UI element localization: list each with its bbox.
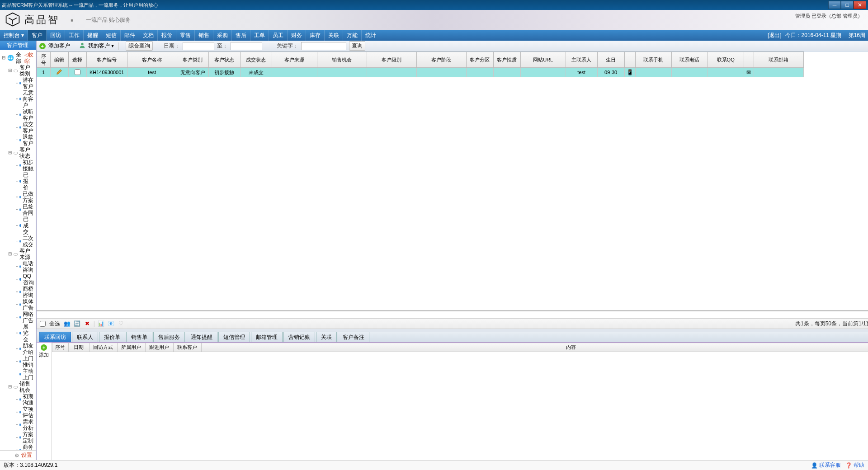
tree-leaf[interactable]: ├方案定制	[14, 431, 34, 444]
window-close-button[interactable]: ✕	[854, 1, 866, 9]
sub-col-header[interactable]: 序号	[52, 343, 68, 352]
table-row[interactable]: 1KH1409300001test无意向客户初步接触未成交test09-30📱✉	[37, 68, 803, 77]
menu-item-19[interactable]: 统计	[362, 30, 380, 41]
menu-item-0[interactable]: 控制台 ▾	[0, 30, 28, 41]
menu-item-15[interactable]: 财务	[288, 30, 306, 41]
tree-leaf[interactable]: ├网络广告	[14, 311, 34, 324]
window-maximize-button[interactable]: □	[841, 1, 854, 9]
col-header[interactable]	[744, 52, 754, 68]
tree-root-expander[interactable]: ⊟	[2, 55, 5, 61]
sub-tab-2[interactable]: 报价单	[99, 332, 125, 342]
tree-leaf[interactable]: └主动上门	[14, 368, 34, 381]
composite-query-button[interactable]: 综合查询	[126, 41, 153, 51]
tree-leaf[interactable]: ├初期沟通	[14, 393, 34, 406]
tree-expander[interactable]: ⊟	[8, 384, 12, 390]
menu-item-13[interactable]: 工单	[250, 30, 269, 41]
col-header[interactable]: 序号	[37, 52, 50, 68]
menu-item-14[interactable]: 员工	[269, 30, 288, 41]
my-customer-dropdown[interactable]: 我的客户 ▾	[88, 42, 114, 50]
tree-expander[interactable]: ⊟	[8, 67, 12, 74]
sub-col-header[interactable]: 日期	[68, 343, 89, 352]
window-minimize-button[interactable]: ─	[828, 1, 841, 9]
menu-item-5[interactable]: 短信	[102, 30, 121, 41]
col-header[interactable]: 销售机会	[317, 52, 367, 68]
sub-tab-6[interactable]: 短信管理	[218, 332, 250, 342]
tree-leaf[interactable]: ├初步接触	[14, 159, 34, 172]
col-header[interactable]: 客户性质	[493, 52, 520, 68]
sub-col-header[interactable]: 联系客户	[173, 343, 201, 352]
sub-tab-1[interactable]: 联系人	[72, 332, 98, 342]
menu-item-7[interactable]: 文档	[139, 30, 158, 41]
menu-item-9[interactable]: 零售	[176, 30, 195, 41]
menu-item-3[interactable]: 工作	[65, 30, 84, 41]
col-header[interactable]: 客户编号	[86, 52, 127, 68]
menu-item-4[interactable]: 提醒	[84, 30, 102, 41]
date-from-input[interactable]	[183, 42, 214, 50]
edit-icon[interactable]	[56, 69, 62, 75]
menu-item-17[interactable]: 关联	[325, 30, 343, 41]
col-header[interactable]: 联系邮箱	[754, 52, 803, 68]
contact-support-link[interactable]: 👤联系客服	[811, 461, 841, 469]
menu-item-11[interactable]: 采购	[213, 30, 232, 41]
action-icon-5[interactable]: 📧	[108, 320, 115, 327]
col-header[interactable]: 成交状态	[240, 52, 272, 68]
menu-item-6[interactable]: 邮件	[121, 30, 139, 41]
col-header[interactable]: 客户阶段	[416, 52, 466, 68]
row-checkbox[interactable]	[75, 69, 80, 75]
col-header[interactable]: 客户名称	[127, 52, 177, 68]
tree-leaf[interactable]: ├朋友介绍	[14, 343, 34, 355]
tree-leaf[interactable]: ├QQ咨询	[14, 273, 34, 286]
mail-icon[interactable]: ✉	[746, 69, 751, 75]
sub-col-header[interactable]: 内容	[201, 343, 868, 352]
add-customer-button[interactable]: 添加客户	[48, 42, 70, 50]
search-button[interactable]: 查询	[349, 41, 365, 51]
tree-leaf[interactable]: ├试听客户	[14, 108, 34, 121]
tree-group[interactable]: ⊟⬭销售机会	[8, 381, 34, 393]
col-header[interactable]: 联系电话	[671, 52, 708, 68]
action-icon-2[interactable]: 🔄	[74, 320, 81, 327]
sub-col-header[interactable]: 跟进用户	[145, 343, 173, 352]
menu-item-12[interactable]: 售后	[232, 30, 250, 41]
sub-add-button[interactable]: +	[41, 344, 47, 351]
tree-leaf[interactable]: ├商桥咨询	[14, 286, 34, 298]
keyword-input[interactable]	[301, 42, 346, 50]
col-header[interactable]: 网站URL	[520, 52, 566, 68]
tree-leaf[interactable]: ├展览会	[14, 324, 34, 343]
col-header[interactable]: 主联系人	[566, 52, 597, 68]
tree-leaf[interactable]: ├无意向客户	[14, 89, 34, 108]
action-icon-1[interactable]: 👥	[64, 320, 71, 327]
menu-item-18[interactable]: 万能	[343, 30, 362, 41]
sub-tab-8[interactable]: 营销记账	[283, 332, 315, 342]
menu-item-10[interactable]: 销售	[195, 30, 213, 41]
tree-collapse-button[interactable]: ◁收缩	[24, 52, 33, 64]
sidebar-settings[interactable]: ⚙ 设置	[0, 450, 36, 460]
col-header[interactable]: 客户来源	[272, 52, 317, 68]
date-to-input[interactable]	[231, 42, 262, 50]
action-icon-4[interactable]: 📊	[98, 320, 105, 327]
logout-link[interactable]: [退出]	[768, 32, 782, 39]
col-header[interactable]: 客户分区	[466, 52, 493, 68]
action-icon-6[interactable]: ♡	[118, 320, 125, 327]
menu-item-1[interactable]: 客户	[28, 30, 47, 41]
sub-tab-4[interactable]: 售后服务	[153, 332, 185, 342]
tree-expander[interactable]: ⊟	[8, 150, 12, 156]
tree-leaf[interactable]: ├潜在客户	[14, 77, 34, 89]
col-header[interactable]: 客户类别	[177, 52, 208, 68]
sub-tab-3[interactable]: 销售单	[126, 332, 152, 342]
tree-group[interactable]: ⊟⬭客户来源	[8, 248, 34, 260]
tree-leaf[interactable]: ├媒体广告	[14, 298, 34, 311]
col-header[interactable]: 客户状态	[208, 52, 240, 68]
tree-leaf[interactable]: ├立项评估	[14, 406, 34, 418]
grid-hscroll[interactable]	[37, 311, 868, 318]
tree-root-label[interactable]: 全部	[16, 52, 23, 64]
menu-item-8[interactable]: 报价	[158, 30, 176, 41]
tree-leaf[interactable]: ├成交客户	[14, 121, 34, 134]
tree-leaf[interactable]: ├已签合同	[14, 203, 34, 216]
col-header[interactable]: 编辑	[50, 52, 68, 68]
col-header[interactable]: 选择	[68, 52, 86, 68]
menu-item-2[interactable]: 回访	[47, 30, 65, 41]
sub-tab-0[interactable]: 联系回访	[39, 332, 71, 342]
select-all-checkbox[interactable]	[40, 321, 46, 327]
sub-tab-9[interactable]: 关联	[316, 332, 337, 342]
col-header[interactable]	[624, 52, 635, 68]
